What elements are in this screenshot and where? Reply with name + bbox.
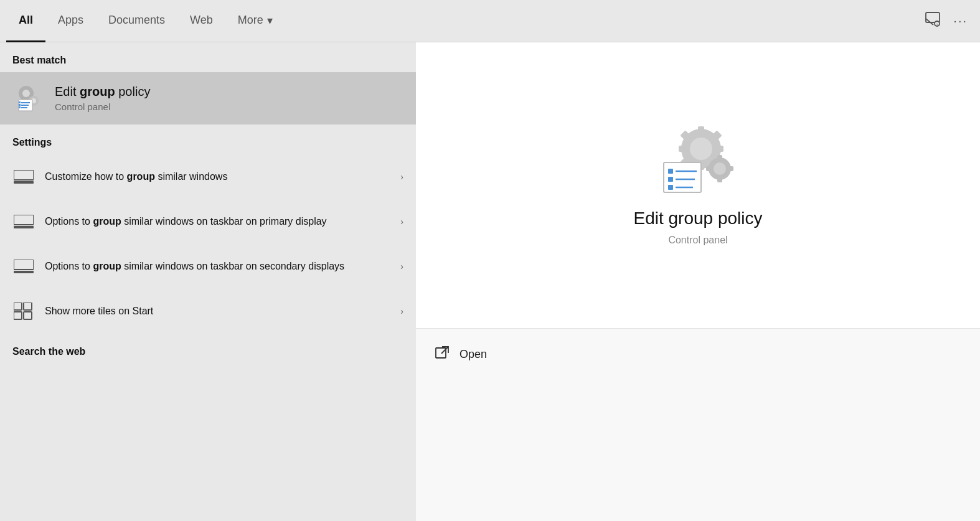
svg-rect-29: [679, 146, 686, 152]
svg-rect-13: [19, 104, 21, 106]
svg-rect-16: [14, 181, 34, 184]
svg-rect-12: [19, 101, 21, 103]
svg-rect-22: [24, 303, 32, 310]
svg-rect-20: [14, 271, 34, 273]
open-icon: [433, 346, 451, 363]
settings-item-text-3: Show more tiles on Start: [45, 304, 390, 318]
best-match-label: Best match: [0, 42, 416, 72]
svg-rect-21: [14, 303, 22, 310]
header: All Apps Documents Web More ▾ ? ···: [0, 0, 980, 42]
right-actions: Open: [416, 329, 980, 521]
settings-item-text-2: Options to group similar windows on task…: [45, 260, 390, 273]
group-policy-icon: [12, 82, 45, 115]
svg-rect-30: [716, 146, 723, 152]
best-match-text: Edit group policy Control panel: [55, 85, 150, 112]
feedback-icon[interactable]: ?: [925, 11, 941, 31]
right-app-subtitle: Control panel: [668, 235, 727, 246]
main-content: Best match: [0, 42, 980, 521]
svg-rect-14: [19, 106, 21, 108]
svg-rect-38: [717, 177, 722, 182]
left-panel: Best match: [0, 42, 416, 521]
chevron-icon-2: ›: [400, 261, 403, 271]
svg-rect-27: [698, 126, 704, 134]
right-panel: Edit group policy Control panel Open: [416, 42, 980, 521]
open-label: Open: [459, 348, 487, 361]
svg-rect-17: [14, 215, 34, 225]
svg-rect-24: [24, 312, 32, 319]
tab-apps[interactable]: Apps: [45, 0, 96, 42]
svg-rect-19: [14, 260, 34, 270]
chevron-down-icon: ▾: [267, 14, 273, 27]
right-app-title: Edit group policy: [633, 209, 762, 228]
svg-rect-42: [668, 169, 673, 174]
tab-documents[interactable]: Documents: [96, 0, 177, 42]
app-detail: Edit group policy Control panel: [416, 42, 980, 329]
settings-item-3[interactable]: Show more tiles on Start ›: [0, 289, 416, 334]
chevron-icon-0: ›: [400, 172, 403, 182]
tab-all[interactable]: All: [6, 0, 45, 42]
settings-item-2[interactable]: Options to group similar windows on task…: [0, 244, 416, 289]
settings-item-1[interactable]: Options to group similar windows on task…: [0, 199, 416, 244]
search-web-label: Search the web: [0, 334, 416, 364]
taskbar-icon-0: [12, 166, 35, 188]
svg-rect-39: [706, 166, 711, 171]
svg-point-26: [690, 138, 712, 160]
tab-web[interactable]: Web: [177, 0, 225, 42]
tiles-icon: [12, 300, 35, 322]
settings-item-text-1: Options to group similar windows on task…: [45, 215, 390, 228]
svg-rect-44: [668, 177, 673, 182]
svg-rect-37: [717, 155, 722, 160]
chevron-icon-1: ›: [400, 217, 403, 227]
svg-rect-18: [14, 226, 34, 228]
tab-more[interactable]: More ▾: [225, 0, 285, 42]
settings-label: Settings: [0, 124, 416, 154]
best-match-item[interactable]: Edit group policy Control panel: [0, 72, 416, 124]
open-action[interactable]: Open: [431, 341, 965, 368]
chevron-icon-3: ›: [400, 306, 403, 316]
app-large-icon: [661, 125, 735, 194]
svg-line-3: [926, 19, 933, 25]
best-match-title: Edit group policy: [55, 85, 150, 99]
svg-rect-23: [14, 312, 22, 319]
svg-rect-15: [14, 170, 34, 180]
more-options-icon[interactable]: ···: [953, 14, 968, 28]
svg-rect-40: [728, 166, 733, 171]
taskbar-icon-2: [12, 255, 35, 278]
svg-point-5: [22, 90, 30, 97]
taskbar-icon-1: [12, 210, 35, 233]
best-match-subtitle: Control panel: [55, 101, 150, 112]
settings-item-text-0: Customize how to group similar windows: [45, 170, 390, 184]
svg-rect-48: [436, 348, 446, 358]
svg-point-36: [714, 162, 726, 175]
settings-item-0[interactable]: Customize how to group similar windows ›: [0, 154, 416, 199]
svg-rect-46: [668, 185, 673, 190]
header-actions: ? ···: [925, 0, 974, 42]
